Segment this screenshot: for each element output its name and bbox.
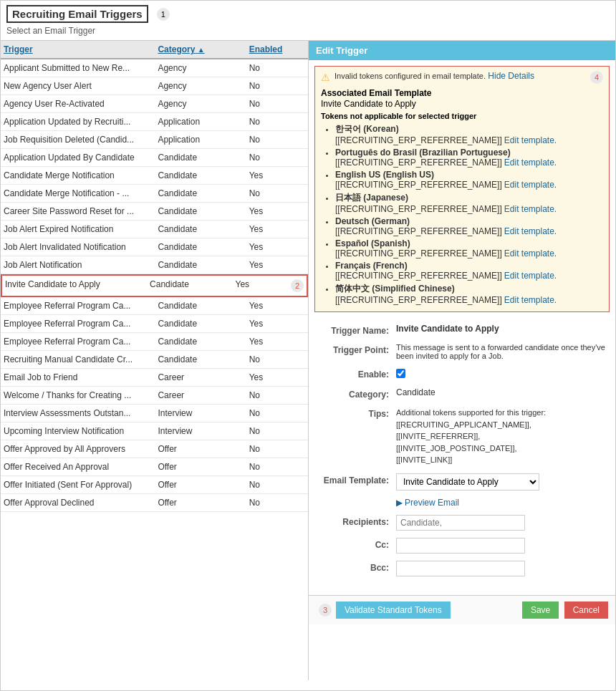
table-row[interactable]: Offer Received An Approval Offer No xyxy=(1,458,308,476)
cell-trigger: Job Alert Invalidated Notification xyxy=(4,242,158,252)
table-row[interactable]: Job Alert Invalidated Notification Candi… xyxy=(1,238,308,256)
form-section: Trigger Name: Invite Candidate to Apply … xyxy=(309,318,615,589)
table-row[interactable]: Candidate Merge Notification - ... Candi… xyxy=(1,185,308,203)
assoc-template-title: Associated Email Template xyxy=(321,88,603,98)
edit-template-link[interactable]: Edit template. xyxy=(504,158,557,168)
cell-trigger: Employee Referral Program Ca... xyxy=(4,337,158,347)
recipients-label: Recipients: xyxy=(317,515,396,527)
email-template-label: Email Template: xyxy=(317,473,396,485)
table-row[interactable]: Recruiting Manual Candidate Cr... Candid… xyxy=(1,351,308,369)
enable-checkbox[interactable] xyxy=(396,369,405,378)
cell-enabled: No xyxy=(249,99,305,109)
cell-category: Candidate xyxy=(158,206,249,216)
left-panel: Trigger Category ▲ Enabled Applicant Sub… xyxy=(1,41,309,680)
bcc-value xyxy=(396,561,607,576)
cell-category: Application xyxy=(158,117,249,127)
table-row[interactable]: Welcome / Thanks for Creating ... Career… xyxy=(1,387,308,405)
cell-trigger: Career Site Password Reset for ... xyxy=(4,206,158,216)
cc-input[interactable] xyxy=(396,538,525,554)
cell-enabled: No xyxy=(249,390,305,400)
page-subtitle: Select an Email Trigger xyxy=(6,26,610,36)
cell-trigger: Candidate Merge Notification - ... xyxy=(4,188,158,198)
edit-template-link[interactable]: Edit template. xyxy=(504,271,557,281)
cell-trigger: Interview Assessments Outstan... xyxy=(4,408,158,418)
edit-template-link[interactable]: Edit template. xyxy=(504,226,557,236)
table-row[interactable]: Offer Approved by All Approvers Offer No xyxy=(1,440,308,458)
edit-template-link[interactable]: Edit template. xyxy=(504,180,557,190)
cell-enabled: Yes xyxy=(249,242,305,252)
col-header-category[interactable]: Category ▲ xyxy=(158,44,249,54)
preview-email-link[interactable]: ▶ Preview Email xyxy=(396,498,607,508)
list-item: 한국어 (Korean) [[RECRUITING_ERP_REFERREE_N… xyxy=(335,123,603,145)
page-container: Recruiting Email Triggers 1 Select an Em… xyxy=(0,0,616,691)
cancel-button[interactable]: Cancel xyxy=(564,601,608,619)
table-row[interactable]: Application Updated by Recruiti... Appli… xyxy=(1,113,308,131)
table-row[interactable]: Agency User Re-Activated Agency No xyxy=(1,95,308,113)
email-template-select[interactable]: Invite Candidate to Apply xyxy=(396,473,539,491)
table-row[interactable]: Offer Initiated (Sent For Approval) Offe… xyxy=(1,476,308,494)
tips-row: Tips: Additional tokens supported for th… xyxy=(317,407,607,466)
save-button[interactable]: Save xyxy=(522,601,559,619)
cell-category: Offer xyxy=(158,444,249,454)
cell-trigger: Job Requisition Deleted (Candid... xyxy=(4,135,158,145)
cell-enabled: Yes xyxy=(249,319,305,329)
table-row[interactable]: Email Job to Friend Career Yes xyxy=(1,369,308,387)
table-body: Applicant Submitted to New Re... Agency … xyxy=(1,59,308,512)
table-row[interactable]: Offer Approval Declined Offer No xyxy=(1,494,308,512)
table-row[interactable]: Upcoming Interview Notification Intervie… xyxy=(1,422,308,440)
cell-enabled: No xyxy=(249,63,305,73)
trigger-point-label: Trigger Point: xyxy=(317,343,396,355)
cell-enabled: No xyxy=(249,354,305,364)
token-lang: Português do Brasil (Brazilian Portugues… xyxy=(335,148,511,158)
list-item: 日本語 (Japanese) [[RECRUITING_ERP_REFERREE… xyxy=(335,192,603,214)
cell-category: Candidate xyxy=(158,260,249,270)
cell-trigger: Agency User Re-Activated xyxy=(4,99,158,109)
tips-label: Tips: xyxy=(317,407,396,419)
table-row[interactable]: Job Alert Notification Candidate Yes xyxy=(1,256,308,274)
enable-label: Enable: xyxy=(317,367,396,380)
table-row[interactable]: Interview Assessments Outstan... Intervi… xyxy=(1,405,308,422)
token-value: [[RECRUITING_ERP_REFERREE_NAME]] xyxy=(335,180,502,190)
cell-enabled: No xyxy=(249,81,305,91)
category-label: Category: xyxy=(317,387,396,400)
edit-template-link[interactable]: Edit template. xyxy=(504,204,557,214)
cell-enabled: Yes xyxy=(249,260,305,270)
hide-details-link[interactable]: Hide Details xyxy=(488,71,534,81)
table-row[interactable]: Employee Referral Program Ca... Candidat… xyxy=(1,333,308,351)
table-row[interactable]: Application Updated By Candidate Candida… xyxy=(1,149,308,167)
tokens-title: Tokens not applicable for selected trigg… xyxy=(321,112,603,120)
cell-trigger: Candidate Merge Notification xyxy=(4,170,158,180)
cell-enabled: Yes xyxy=(249,372,305,382)
table-row[interactable]: Applicant Submitted to New Re... Agency … xyxy=(1,59,308,77)
table-row[interactable]: Job Alert Expired Notification Candidate… xyxy=(1,221,308,238)
table-row[interactable]: Employee Referral Program Ca... Candidat… xyxy=(1,315,308,333)
cell-category: Interview xyxy=(158,426,249,436)
edit-template-link[interactable]: Edit template. xyxy=(504,135,557,145)
edit-template-link[interactable]: Edit template. xyxy=(504,248,557,258)
table-row[interactable]: New Agency User Alert Agency No xyxy=(1,77,308,95)
edit-template-link[interactable]: Edit template. xyxy=(504,295,557,305)
cc-row: Cc: xyxy=(317,538,607,554)
cell-enabled: Yes xyxy=(249,337,305,347)
token-lang: Français (French) xyxy=(335,261,408,271)
cell-trigger: Job Alert Expired Notification xyxy=(4,224,158,234)
recipients-input[interactable] xyxy=(396,515,525,531)
table-row[interactable]: Career Site Password Reset for ... Candi… xyxy=(1,203,308,221)
cell-enabled: No xyxy=(249,426,305,436)
table-row[interactable]: Candidate Merge Notification Candidate Y… xyxy=(1,167,308,185)
cell-enabled: Yes xyxy=(249,206,305,216)
cell-category: Candidate xyxy=(158,242,249,252)
bcc-input[interactable] xyxy=(396,561,525,576)
trigger-point-row: Trigger Point: This message is sent to a… xyxy=(317,343,607,360)
table-row[interactable]: Invite Candidate to Apply Candidate Yes … xyxy=(1,274,308,297)
cc-label: Cc: xyxy=(317,538,396,550)
validate-button[interactable]: Validate Standard Tokens xyxy=(336,601,451,619)
email-template-value: Invite Candidate to Apply xyxy=(396,473,607,491)
warning-inner: Invalid tokens configured in email templ… xyxy=(335,71,583,81)
list-item: Français (French) [[RECRUITING_ERP_REFER… xyxy=(335,261,603,281)
table-row[interactable]: Employee Referral Program Ca... Candidat… xyxy=(1,297,308,315)
table-row[interactable]: Job Requisition Deleted (Candid... Appli… xyxy=(1,131,308,149)
col-header-enabled[interactable]: Enabled xyxy=(249,44,305,54)
col-header-trigger[interactable]: Trigger xyxy=(4,44,158,54)
cell-enabled: No xyxy=(249,188,305,198)
